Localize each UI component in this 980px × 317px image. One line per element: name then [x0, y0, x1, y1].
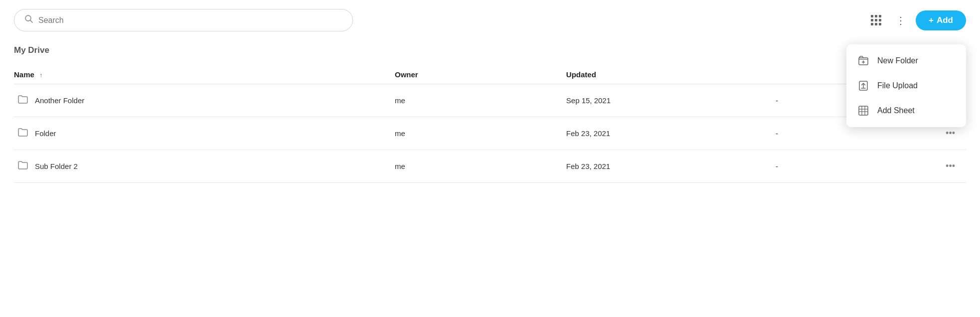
row-name: Another Folder: [35, 96, 84, 105]
file-table-body: Another Folder me Sep 15, 2021 - •••: [14, 84, 966, 183]
folder-icon: [18, 160, 28, 172]
search-icon: [24, 14, 33, 26]
name-col-label: Name: [14, 70, 34, 79]
search-input[interactable]: [38, 16, 342, 25]
row-name: Sub Folder 2: [35, 162, 78, 170]
add-label: Add: [937, 15, 953, 25]
search-bar: [14, 9, 353, 31]
cell-actions: •••: [890, 150, 966, 183]
row-name: Folder: [35, 129, 56, 138]
toolbar: ⋮ + Add: [0, 0, 980, 40]
file-upload-item[interactable]: File Upload: [846, 73, 966, 98]
table-row: Folder me Feb 23, 2021 - •••: [14, 117, 966, 150]
add-button[interactable]: + Add: [916, 10, 966, 30]
page-wrapper: ⋮ + Add: [0, 0, 980, 317]
table-row: Sub Folder 2 me Feb 23, 2021 - •••: [14, 150, 966, 183]
upload-icon: [857, 80, 869, 91]
add-sheet-item[interactable]: Add Sheet: [846, 98, 966, 123]
folder-icon: [18, 128, 28, 139]
cell-owner: me: [395, 117, 566, 150]
more-options-button[interactable]: ⋮: [891, 10, 911, 30]
cell-updated: Feb 23, 2021: [566, 150, 776, 183]
grid-icon: [871, 15, 881, 25]
add-sheet-label: Add Sheet: [877, 106, 915, 115]
svg-line-1: [30, 20, 33, 23]
toolbar-right: ⋮ + Add: [866, 10, 966, 30]
cell-updated: Feb 23, 2021: [566, 117, 776, 150]
row-more-icon: •••: [946, 161, 955, 171]
cell-name: Another Folder: [14, 84, 395, 117]
cell-owner: me: [395, 84, 566, 117]
main-content: My Drive Name ↑ Owner Updated: [0, 40, 980, 183]
add-dropdown-menu: New Folder File Upload: [846, 44, 966, 127]
col-header-name[interactable]: Name ↑: [14, 65, 395, 84]
sort-icon: ↑: [39, 72, 42, 79]
sheet-icon: [857, 105, 869, 116]
col-header-owner: Owner: [395, 65, 566, 84]
cell-name: Folder: [14, 117, 395, 150]
section-title: My Drive: [14, 40, 966, 65]
plus-icon: +: [929, 15, 934, 25]
cell-owner: me: [395, 150, 566, 183]
cell-updated: Sep 15, 2021: [566, 84, 776, 117]
new-folder-icon: [857, 55, 869, 66]
vertical-dots-icon: ⋮: [896, 14, 906, 26]
row-more-button[interactable]: •••: [942, 126, 959, 141]
row-more-button[interactable]: •••: [942, 159, 959, 173]
new-folder-item[interactable]: New Folder: [846, 48, 966, 73]
file-table: Name ↑ Owner Updated: [14, 65, 966, 183]
col-header-updated: Updated: [566, 65, 776, 84]
svg-rect-8: [859, 106, 868, 115]
cell-extra: -: [776, 150, 890, 183]
file-upload-label: File Upload: [877, 81, 918, 90]
folder-icon: [18, 95, 28, 106]
cell-name: Sub Folder 2: [14, 150, 395, 183]
table-header-row: Name ↑ Owner Updated: [14, 65, 966, 84]
grid-view-button[interactable]: [866, 10, 886, 30]
row-more-icon: •••: [946, 128, 955, 138]
new-folder-label: New Folder: [877, 56, 918, 65]
table-row: Another Folder me Sep 15, 2021 - •••: [14, 84, 966, 117]
